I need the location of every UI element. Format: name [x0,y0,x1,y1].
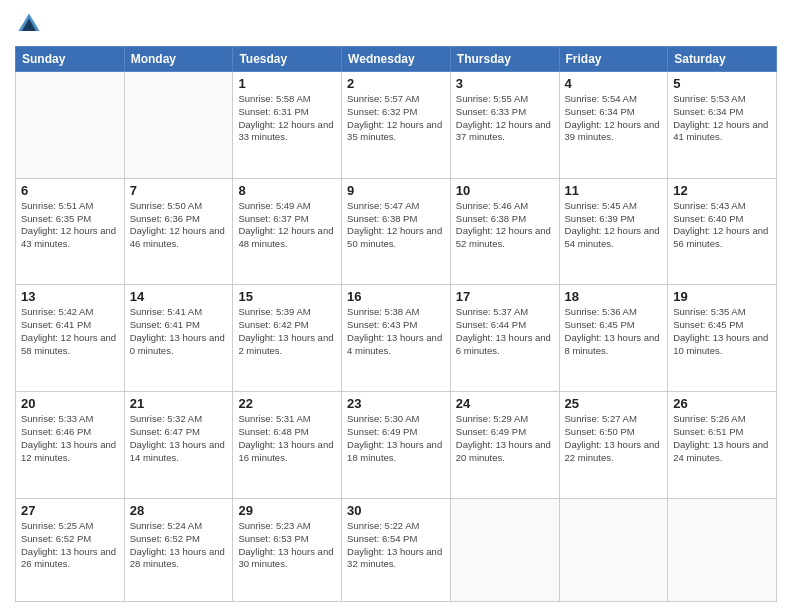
day-number: 12 [673,183,771,198]
day-info: Sunrise: 5:29 AM Sunset: 6:49 PM Dayligh… [456,413,554,464]
day-number: 3 [456,76,554,91]
day-number: 11 [565,183,663,198]
calendar-cell: 13Sunrise: 5:42 AM Sunset: 6:41 PM Dayli… [16,285,125,392]
day-info: Sunrise: 5:42 AM Sunset: 6:41 PM Dayligh… [21,306,119,357]
calendar-cell: 21Sunrise: 5:32 AM Sunset: 6:47 PM Dayli… [124,392,233,499]
day-number: 4 [565,76,663,91]
day-info: Sunrise: 5:39 AM Sunset: 6:42 PM Dayligh… [238,306,336,357]
calendar-cell: 24Sunrise: 5:29 AM Sunset: 6:49 PM Dayli… [450,392,559,499]
day-info: Sunrise: 5:32 AM Sunset: 6:47 PM Dayligh… [130,413,228,464]
day-info: Sunrise: 5:46 AM Sunset: 6:38 PM Dayligh… [456,200,554,251]
day-info: Sunrise: 5:50 AM Sunset: 6:36 PM Dayligh… [130,200,228,251]
col-thursday: Thursday [450,47,559,72]
header [15,10,777,38]
calendar-cell: 11Sunrise: 5:45 AM Sunset: 6:39 PM Dayli… [559,178,668,285]
day-info: Sunrise: 5:23 AM Sunset: 6:53 PM Dayligh… [238,520,336,571]
day-number: 20 [21,396,119,411]
day-number: 25 [565,396,663,411]
calendar-cell [124,72,233,179]
day-info: Sunrise: 5:24 AM Sunset: 6:52 PM Dayligh… [130,520,228,571]
day-number: 13 [21,289,119,304]
day-number: 30 [347,503,445,518]
calendar-cell: 1Sunrise: 5:58 AM Sunset: 6:31 PM Daylig… [233,72,342,179]
calendar-cell: 8Sunrise: 5:49 AM Sunset: 6:37 PM Daylig… [233,178,342,285]
calendar-cell: 6Sunrise: 5:51 AM Sunset: 6:35 PM Daylig… [16,178,125,285]
calendar-cell: 17Sunrise: 5:37 AM Sunset: 6:44 PM Dayli… [450,285,559,392]
calendar-cell: 9Sunrise: 5:47 AM Sunset: 6:38 PM Daylig… [342,178,451,285]
calendar-cell: 22Sunrise: 5:31 AM Sunset: 6:48 PM Dayli… [233,392,342,499]
day-info: Sunrise: 5:55 AM Sunset: 6:33 PM Dayligh… [456,93,554,144]
col-tuesday: Tuesday [233,47,342,72]
day-info: Sunrise: 5:41 AM Sunset: 6:41 PM Dayligh… [130,306,228,357]
logo [15,10,47,38]
calendar-table: Sunday Monday Tuesday Wednesday Thursday… [15,46,777,602]
calendar-cell: 7Sunrise: 5:50 AM Sunset: 6:36 PM Daylig… [124,178,233,285]
day-info: Sunrise: 5:22 AM Sunset: 6:54 PM Dayligh… [347,520,445,571]
calendar-cell: 30Sunrise: 5:22 AM Sunset: 6:54 PM Dayli… [342,498,451,601]
day-number: 24 [456,396,554,411]
day-number: 8 [238,183,336,198]
day-number: 29 [238,503,336,518]
calendar-cell [559,498,668,601]
calendar-cell: 5Sunrise: 5:53 AM Sunset: 6:34 PM Daylig… [668,72,777,179]
day-info: Sunrise: 5:36 AM Sunset: 6:45 PM Dayligh… [565,306,663,357]
calendar-cell [16,72,125,179]
calendar-cell: 14Sunrise: 5:41 AM Sunset: 6:41 PM Dayli… [124,285,233,392]
day-number: 22 [238,396,336,411]
day-info: Sunrise: 5:38 AM Sunset: 6:43 PM Dayligh… [347,306,445,357]
day-info: Sunrise: 5:51 AM Sunset: 6:35 PM Dayligh… [21,200,119,251]
calendar-cell: 26Sunrise: 5:26 AM Sunset: 6:51 PM Dayli… [668,392,777,499]
day-info: Sunrise: 5:37 AM Sunset: 6:44 PM Dayligh… [456,306,554,357]
day-info: Sunrise: 5:47 AM Sunset: 6:38 PM Dayligh… [347,200,445,251]
calendar-cell: 3Sunrise: 5:55 AM Sunset: 6:33 PM Daylig… [450,72,559,179]
day-number: 2 [347,76,445,91]
day-info: Sunrise: 5:43 AM Sunset: 6:40 PM Dayligh… [673,200,771,251]
day-info: Sunrise: 5:54 AM Sunset: 6:34 PM Dayligh… [565,93,663,144]
calendar-header-row: Sunday Monday Tuesday Wednesday Thursday… [16,47,777,72]
calendar-cell: 4Sunrise: 5:54 AM Sunset: 6:34 PM Daylig… [559,72,668,179]
day-info: Sunrise: 5:25 AM Sunset: 6:52 PM Dayligh… [21,520,119,571]
day-info: Sunrise: 5:58 AM Sunset: 6:31 PM Dayligh… [238,93,336,144]
calendar-cell [450,498,559,601]
day-number: 21 [130,396,228,411]
day-number: 7 [130,183,228,198]
day-number: 15 [238,289,336,304]
calendar-cell: 12Sunrise: 5:43 AM Sunset: 6:40 PM Dayli… [668,178,777,285]
col-monday: Monday [124,47,233,72]
day-number: 23 [347,396,445,411]
col-friday: Friday [559,47,668,72]
day-number: 17 [456,289,554,304]
day-info: Sunrise: 5:57 AM Sunset: 6:32 PM Dayligh… [347,93,445,144]
calendar-cell: 27Sunrise: 5:25 AM Sunset: 6:52 PM Dayli… [16,498,125,601]
logo-icon [15,10,43,38]
calendar-cell: 2Sunrise: 5:57 AM Sunset: 6:32 PM Daylig… [342,72,451,179]
calendar-cell: 19Sunrise: 5:35 AM Sunset: 6:45 PM Dayli… [668,285,777,392]
day-info: Sunrise: 5:33 AM Sunset: 6:46 PM Dayligh… [21,413,119,464]
day-number: 14 [130,289,228,304]
day-number: 5 [673,76,771,91]
calendar-cell: 25Sunrise: 5:27 AM Sunset: 6:50 PM Dayli… [559,392,668,499]
day-number: 26 [673,396,771,411]
calendar-cell: 23Sunrise: 5:30 AM Sunset: 6:49 PM Dayli… [342,392,451,499]
day-info: Sunrise: 5:31 AM Sunset: 6:48 PM Dayligh… [238,413,336,464]
day-number: 27 [21,503,119,518]
day-info: Sunrise: 5:53 AM Sunset: 6:34 PM Dayligh… [673,93,771,144]
day-info: Sunrise: 5:35 AM Sunset: 6:45 PM Dayligh… [673,306,771,357]
calendar-cell: 15Sunrise: 5:39 AM Sunset: 6:42 PM Dayli… [233,285,342,392]
calendar-cell [668,498,777,601]
calendar-cell: 10Sunrise: 5:46 AM Sunset: 6:38 PM Dayli… [450,178,559,285]
day-number: 18 [565,289,663,304]
day-info: Sunrise: 5:45 AM Sunset: 6:39 PM Dayligh… [565,200,663,251]
day-number: 6 [21,183,119,198]
day-number: 19 [673,289,771,304]
day-number: 1 [238,76,336,91]
day-number: 28 [130,503,228,518]
calendar-cell: 16Sunrise: 5:38 AM Sunset: 6:43 PM Dayli… [342,285,451,392]
day-info: Sunrise: 5:26 AM Sunset: 6:51 PM Dayligh… [673,413,771,464]
day-info: Sunrise: 5:27 AM Sunset: 6:50 PM Dayligh… [565,413,663,464]
col-wednesday: Wednesday [342,47,451,72]
day-number: 10 [456,183,554,198]
calendar-cell: 20Sunrise: 5:33 AM Sunset: 6:46 PM Dayli… [16,392,125,499]
day-number: 9 [347,183,445,198]
calendar-cell: 28Sunrise: 5:24 AM Sunset: 6:52 PM Dayli… [124,498,233,601]
